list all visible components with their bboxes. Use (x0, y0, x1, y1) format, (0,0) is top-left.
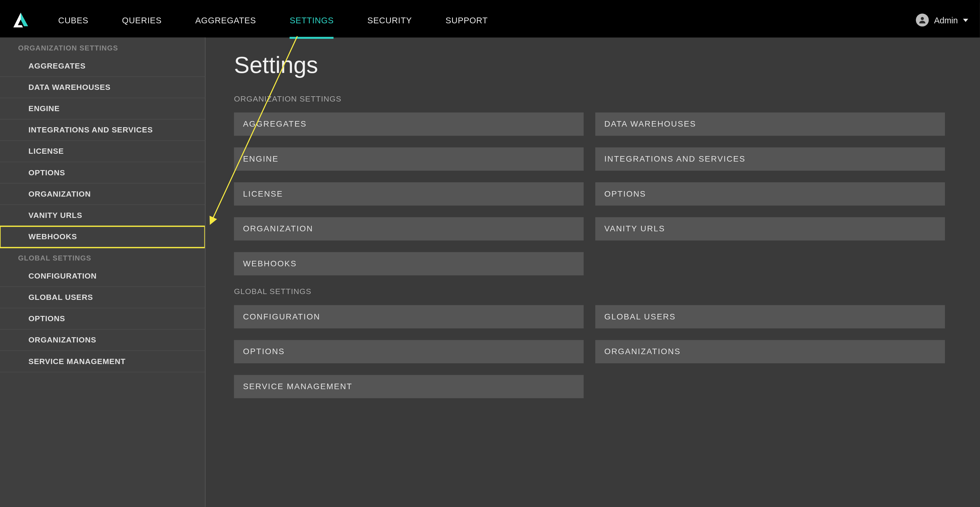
sidebar-item-label: SERVICE MANAGEMENT (29, 357, 126, 366)
nav-item-cubes[interactable]: CUBES (41, 3, 105, 38)
sidebar-item-vanity-urls[interactable]: VANITY URLS (0, 205, 205, 226)
page-title: Settings (234, 52, 945, 79)
sidebar-item-configuration[interactable]: CONFIGURATION (0, 266, 205, 287)
tile-label: CONFIGURATION (243, 312, 320, 321)
sidebar-item-label: CONFIGURATION (29, 272, 97, 281)
sidebar-section-title: ORGANIZATION SETTINGS (0, 38, 205, 56)
sidebar: ORGANIZATION SETTINGSAGGREGATESDATA WARE… (0, 38, 205, 507)
tile-label: GLOBAL USERS (605, 312, 676, 321)
sidebar-item-integrations-and-services[interactable]: INTEGRATIONS AND SERVICES (0, 120, 205, 141)
sidebar-item-label: LICENSE (29, 147, 64, 156)
sidebar-item-data-warehouses[interactable]: DATA WAREHOUSES (0, 77, 205, 98)
sidebar-item-label: ORGANIZATIONS (29, 335, 97, 344)
main-nav: CUBESQUERIESAGGREGATESSETTINGSSECURITYSU… (41, 3, 909, 38)
tile-label: VANITY URLS (605, 224, 665, 233)
sidebar-item-label: DATA WAREHOUSES (29, 83, 111, 92)
tile-label: OPTIONS (243, 347, 285, 356)
tile-label: INTEGRATIONS AND SERVICES (605, 155, 746, 164)
nav-item-queries[interactable]: QUERIES (105, 3, 178, 38)
tile-global-users[interactable]: GLOBAL USERS (595, 305, 945, 328)
nav-item-settings[interactable]: SETTINGS (273, 3, 351, 38)
tile-label: ORGANIZATIONS (605, 347, 681, 356)
tile-label: AGGREGATES (243, 120, 307, 129)
tile-organizations[interactable]: ORGANIZATIONS (595, 340, 945, 364)
tile-label: ENGINE (243, 155, 278, 164)
sidebar-section-title: GLOBAL SETTINGS (0, 248, 205, 266)
tile-grid: AGGREGATESDATA WAREHOUSESENGINEINTEGRATI… (234, 113, 945, 275)
nav-item-aggregates[interactable]: AGGREGATES (178, 3, 273, 38)
sidebar-item-label: INTEGRATIONS AND SERVICES (29, 126, 153, 134)
sidebar-item-label: AGGREGATES (29, 62, 86, 70)
tile-options[interactable]: OPTIONS (595, 182, 945, 206)
sidebar-item-license[interactable]: LICENSE (0, 141, 205, 162)
nav-item-label: SETTINGS (290, 15, 334, 25)
sidebar-item-label: GLOBAL USERS (29, 293, 93, 302)
tile-service-management[interactable]: SERVICE MANAGEMENT (234, 375, 584, 398)
tile-label: ORGANIZATION (243, 224, 313, 233)
nav-item-label: SUPPORT (445, 15, 488, 25)
user-menu[interactable]: Admin (909, 14, 975, 27)
sidebar-item-options[interactable]: OPTIONS (0, 162, 205, 183)
sidebar-item-webhooks[interactable]: WEBHOOKS (0, 226, 205, 248)
main-content: Settings ORGANIZATION SETTINGSAGGREGATES… (205, 38, 980, 507)
nav-item-label: QUERIES (122, 15, 162, 25)
section-title: GLOBAL SETTINGS (234, 287, 945, 296)
sidebar-item-engine[interactable]: ENGINE (0, 98, 205, 120)
svg-point-2 (921, 17, 924, 20)
tile-grid: CONFIGURATIONGLOBAL USERSOPTIONSORGANIZA… (234, 305, 945, 398)
chevron-down-icon (963, 18, 968, 22)
nav-item-label: AGGREGATES (196, 15, 256, 25)
topbar: CUBESQUERIESAGGREGATESSETTINGSSECURITYSU… (0, 0, 980, 38)
tile-configuration[interactable]: CONFIGURATION (234, 305, 584, 328)
tile-options[interactable]: OPTIONS (234, 340, 584, 364)
sidebar-item-label: ENGINE (29, 104, 60, 113)
nav-item-label: SECURITY (368, 15, 412, 25)
tile-label: WEBHOOKS (243, 259, 297, 268)
user-name: Admin (934, 15, 958, 25)
sidebar-item-label: ORGANIZATION (29, 189, 91, 198)
svg-marker-1 (21, 13, 28, 26)
section-title: ORGANIZATION SETTINGS (234, 94, 945, 104)
tile-license[interactable]: LICENSE (234, 182, 584, 206)
sidebar-item-options[interactable]: OPTIONS (0, 308, 205, 330)
tile-label: DATA WAREHOUSES (605, 120, 696, 129)
sidebar-item-label: VANITY URLS (29, 210, 83, 220)
tile-label: SERVICE MANAGEMENT (243, 382, 352, 391)
nav-item-support[interactable]: SUPPORT (429, 3, 504, 38)
app-logo[interactable] (8, 12, 34, 29)
tile-webhooks[interactable]: WEBHOOKS (234, 252, 584, 275)
tile-label: OPTIONS (605, 189, 646, 198)
sidebar-item-label: OPTIONS (29, 314, 65, 323)
sidebar-item-aggregates[interactable]: AGGREGATES (0, 56, 205, 77)
tile-integrations-and-services[interactable]: INTEGRATIONS AND SERVICES (595, 147, 945, 171)
sidebar-item-service-management[interactable]: SERVICE MANAGEMENT (0, 351, 205, 372)
avatar-icon (916, 14, 929, 27)
sidebar-item-label: WEBHOOKS (29, 232, 77, 241)
tile-label: LICENSE (243, 189, 283, 198)
tile-engine[interactable]: ENGINE (234, 147, 584, 171)
tile-data-warehouses[interactable]: DATA WAREHOUSES (595, 113, 945, 136)
nav-item-label: CUBES (58, 15, 88, 25)
sidebar-item-organization[interactable]: ORGANIZATION (0, 183, 205, 205)
tile-organization[interactable]: ORGANIZATION (234, 217, 584, 241)
sidebar-item-global-users[interactable]: GLOBAL USERS (0, 287, 205, 308)
sidebar-item-label: OPTIONS (29, 168, 65, 177)
tile-aggregates[interactable]: AGGREGATES (234, 113, 584, 136)
nav-item-security[interactable]: SECURITY (351, 3, 429, 38)
sidebar-item-organizations[interactable]: ORGANIZATIONS (0, 330, 205, 351)
tile-vanity-urls[interactable]: VANITY URLS (595, 217, 945, 241)
